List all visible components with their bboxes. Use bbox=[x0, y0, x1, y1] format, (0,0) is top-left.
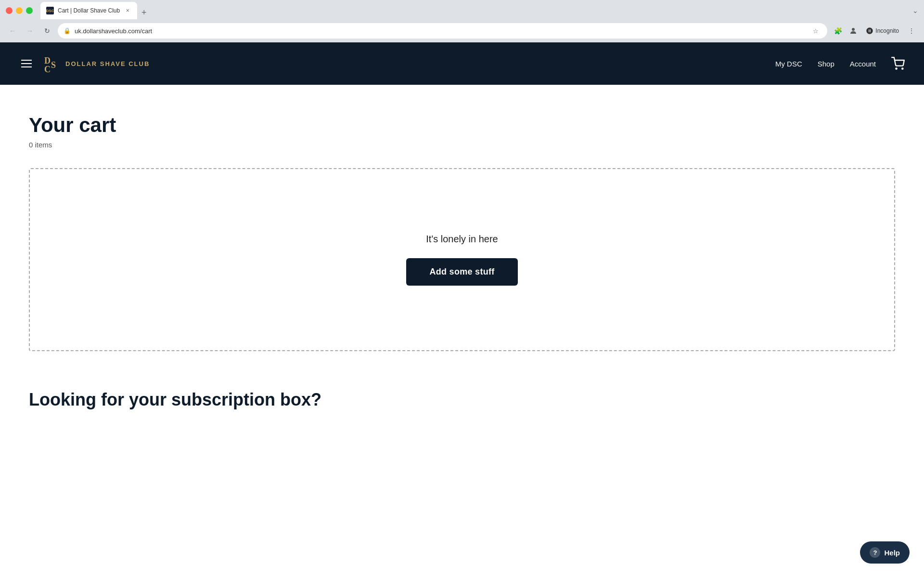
url-text: uk.dollarshaveclub.com/cart bbox=[75, 27, 806, 35]
nav-my-dsc[interactable]: My DSC bbox=[775, 60, 802, 68]
nav-account[interactable]: Account bbox=[850, 60, 876, 68]
bookmark-button[interactable]: ☆ bbox=[810, 25, 821, 37]
back-button[interactable]: ← bbox=[6, 24, 19, 38]
logo-text: DOLLAR SHAVE CLUB bbox=[65, 60, 150, 67]
incognito-button[interactable]: Incognito bbox=[862, 25, 903, 37]
add-stuff-button[interactable]: Add some stuff bbox=[406, 258, 517, 286]
hamburger-menu-button[interactable] bbox=[19, 58, 34, 69]
profile-button[interactable] bbox=[847, 24, 860, 38]
browser-tabs: DSC Cart | Dollar Shave Club × + bbox=[40, 2, 909, 19]
subscription-title: Looking for your subscription box? bbox=[29, 390, 895, 410]
help-label: Help bbox=[884, 549, 900, 557]
hamburger-line-2 bbox=[21, 63, 32, 64]
logo[interactable]: D C S DOLLAR SHAVE CLUB bbox=[43, 53, 150, 74]
site-header: D C S DOLLAR SHAVE CLUB My DSC Shop Acco… bbox=[0, 42, 924, 85]
window-maximize-button[interactable] bbox=[26, 7, 33, 14]
hamburger-line-3 bbox=[21, 66, 32, 67]
new-tab-button[interactable]: + bbox=[137, 6, 151, 19]
extensions-button[interactable]: 🧩 bbox=[831, 24, 845, 38]
tab-close-button[interactable]: × bbox=[124, 7, 131, 14]
tab-chevron: ⌄ bbox=[912, 7, 918, 14]
browser-extra-buttons: 🧩 Incognito ⋮ bbox=[831, 24, 918, 38]
active-tab[interactable]: DSC Cart | Dollar Shave Club × bbox=[40, 2, 137, 19]
empty-cart-container: It's lonely in here Add some stuff bbox=[29, 168, 895, 351]
main-content: Your cart 0 items It's lonely in here Ad… bbox=[0, 85, 924, 370]
empty-cart-message: It's lonely in here bbox=[426, 234, 498, 245]
svg-text:D: D bbox=[44, 56, 51, 66]
dsc-logo-svg: D C S bbox=[43, 53, 61, 74]
window-controls bbox=[6, 7, 33, 14]
address-bar[interactable]: 🔒 uk.dollarshaveclub.com/cart ☆ bbox=[58, 23, 827, 39]
forward-button[interactable]: → bbox=[23, 24, 37, 38]
help-icon: ? bbox=[870, 547, 880, 558]
page-title: Your cart bbox=[29, 114, 895, 137]
lock-icon: 🔒 bbox=[64, 27, 71, 34]
svg-text:C: C bbox=[44, 65, 51, 74]
svg-point-4 bbox=[896, 68, 897, 69]
address-actions: ☆ bbox=[810, 25, 821, 37]
browser-titlebar: DSC Cart | Dollar Shave Club × + ⌄ bbox=[0, 0, 924, 21]
items-count: 0 items bbox=[29, 141, 895, 149]
browser-addressbar: ← → ↻ 🔒 uk.dollarshaveclub.com/cart ☆ 🧩 … bbox=[0, 21, 924, 42]
help-button[interactable]: ? Help bbox=[860, 541, 910, 564]
more-options-button[interactable]: ⋮ bbox=[905, 24, 918, 38]
window-close-button[interactable] bbox=[6, 7, 13, 14]
incognito-label: Incognito bbox=[875, 27, 899, 34]
svg-text:S: S bbox=[51, 60, 56, 70]
subscription-section: Looking for your subscription box? bbox=[0, 370, 924, 410]
browser-chrome: DSC Cart | Dollar Shave Club × + ⌄ ← → ↻… bbox=[0, 0, 924, 42]
tab-title: Cart | Dollar Shave Club bbox=[58, 7, 120, 14]
svg-point-5 bbox=[902, 68, 903, 69]
header-nav: My DSC Shop Account bbox=[775, 57, 905, 70]
tab-favicon: DSC bbox=[46, 7, 54, 14]
hamburger-line-1 bbox=[21, 60, 32, 61]
svg-point-0 bbox=[852, 28, 855, 31]
nav-shop[interactable]: Shop bbox=[818, 60, 834, 68]
cart-button[interactable] bbox=[891, 57, 905, 70]
reload-button[interactable]: ↻ bbox=[40, 24, 54, 38]
window-minimize-button[interactable] bbox=[16, 7, 23, 14]
